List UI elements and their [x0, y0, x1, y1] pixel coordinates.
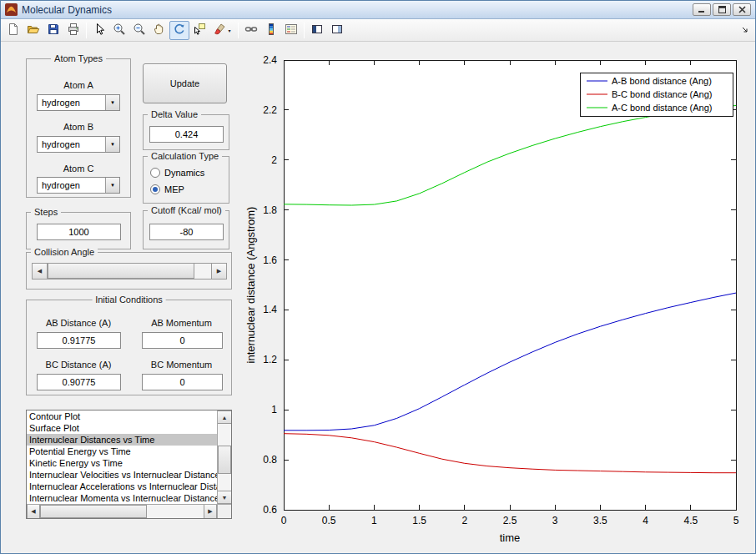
- listbox-vertical-scrollbar[interactable]: ▲ ▼: [217, 410, 231, 504]
- brush-icon: [214, 23, 227, 38]
- toolbar-separator: [238, 23, 239, 38]
- list-item[interactable]: Internuclear Momenta vs Internuclear Dis…: [27, 492, 217, 504]
- scroll-right-arrow-icon[interactable]: ▶: [204, 505, 217, 518]
- listbox-horizontal-scrollbar[interactable]: ◀ ▶: [27, 504, 217, 518]
- slider-left-arrow-icon[interactable]: ◀: [33, 264, 48, 279]
- bc-distance-field[interactable]: 0.90775: [37, 374, 121, 390]
- scroll-track[interactable]: [218, 424, 231, 446]
- initial-conditions-panel: Initial Conditions AB Distance (A) AB Mo…: [26, 300, 232, 395]
- scroll-up-arrow-icon[interactable]: ▲: [218, 410, 231, 424]
- radio-mep[interactable]: MEP: [150, 184, 184, 194]
- x-axis-label: time: [500, 531, 521, 544]
- window-title: Molecular Dynamics: [22, 4, 693, 16]
- radio-mep-circle[interactable]: [150, 184, 160, 194]
- slider-right-arrow-icon[interactable]: ▶: [211, 264, 226, 279]
- scroll-track[interactable]: [218, 474, 231, 491]
- edit-plot-button[interactable]: [89, 21, 109, 40]
- rotate-3d-icon: [173, 23, 186, 38]
- y-tick-label: 1.4: [263, 304, 277, 315]
- slider-thumb[interactable]: [48, 264, 194, 279]
- atom-c-value: hydrogen: [38, 178, 105, 193]
- app-window: Molecular Dynamics ▾ Atom Types Atom A: [0, 0, 756, 554]
- y-tick-label: 2.4: [263, 54, 277, 66]
- delta-value-field[interactable]: 0.424: [149, 126, 224, 143]
- list-item[interactable]: Kinetic Energy vs Time: [27, 457, 217, 469]
- list-item[interactable]: Potential Energy vs Time: [27, 446, 217, 457]
- open-file-button[interactable]: [23, 21, 43, 40]
- titlebar[interactable]: Molecular Dynamics: [1, 1, 755, 19]
- scroll-track[interactable]: [147, 505, 204, 518]
- close-button[interactable]: [733, 3, 751, 16]
- printer-icon: [67, 23, 80, 38]
- cutoff-panel: Cutoff (Kcal/ mol) -80: [143, 210, 229, 249]
- collision-angle-slider[interactable]: ◀ ▶: [32, 263, 227, 280]
- toolbar-overflow-icon[interactable]: [741, 23, 749, 38]
- scroll-thumb[interactable]: [218, 446, 231, 474]
- atom-c-dropdown[interactable]: hydrogen ▼: [37, 177, 120, 194]
- ab-distance-label: AB Distance (A): [27, 318, 130, 328]
- zoom-out-icon: [133, 23, 146, 38]
- open-folder-icon: [27, 23, 40, 38]
- radio-dynamics[interactable]: Dynamics: [150, 168, 204, 178]
- minimize-button[interactable]: [693, 3, 711, 16]
- radio-dynamics-circle[interactable]: [150, 168, 160, 178]
- hide-plot-tools-button[interactable]: [307, 21, 327, 40]
- plot-area[interactable]: [284, 60, 736, 510]
- steps-field[interactable]: 1000: [37, 224, 121, 240]
- atom-b-dropdown[interactable]: hydrogen ▼: [37, 136, 120, 153]
- steps-panel: Steps 1000: [26, 212, 131, 249]
- y-tick-label: 2.2: [263, 104, 277, 116]
- chevron-down-icon: ▼: [105, 137, 119, 152]
- x-tick-label: 5: [733, 515, 739, 526]
- list-item[interactable]: Surface Plot: [27, 422, 217, 434]
- bc-distance-label: BC Distance (A): [27, 360, 130, 370]
- insert-legend-button[interactable]: [281, 21, 301, 40]
- new-figure-button[interactable]: [3, 21, 23, 40]
- scroll-down-arrow-icon[interactable]: ▼: [218, 491, 231, 504]
- initial-conditions-title: Initial Conditions: [92, 295, 166, 305]
- ab-momentum-label: AB Momentum: [130, 318, 233, 328]
- slider-track[interactable]: [194, 264, 211, 279]
- hide-plot-tools-icon: [310, 23, 324, 38]
- chart-canvas[interactable]: 00.511.522.533.544.550.60.811.21.41.61.8…: [239, 42, 753, 553]
- rotate-3d-button[interactable]: [169, 21, 189, 40]
- cutoff-field[interactable]: -80: [149, 224, 224, 240]
- ab-distance-field[interactable]: 0.91775: [37, 332, 121, 349]
- save-figure-button[interactable]: [43, 21, 63, 40]
- ab-momentum-field[interactable]: 0: [142, 332, 223, 349]
- list-item[interactable]: Contour Plot: [27, 410, 217, 422]
- data-cursor-button[interactable]: [189, 21, 209, 40]
- pointer-arrow-icon: [93, 23, 106, 38]
- legend-label: A-B bond distance (Ang): [612, 76, 712, 86]
- update-button[interactable]: Update: [143, 63, 227, 103]
- bc-momentum-label: BC Momentum: [130, 360, 233, 370]
- brush-data-button[interactable]: ▾: [209, 21, 235, 40]
- list-item[interactable]: Internuclear Distances vs Time: [27, 434, 217, 446]
- maximize-button[interactable]: [713, 3, 731, 16]
- atom-a-value: hydrogen: [38, 95, 105, 110]
- delta-value-title: Delta Value: [148, 109, 201, 120]
- x-tick-label: 0.5: [322, 515, 336, 526]
- y-axis-label: internuclear distance (Angstrom): [244, 207, 257, 364]
- atom-types-panel-title: Atom Types: [51, 53, 106, 64]
- app-icon: [5, 3, 18, 16]
- list-item[interactable]: Internuclear Accelerations vs Internucle…: [27, 481, 217, 492]
- scroll-left-arrow-icon[interactable]: ◀: [27, 505, 40, 518]
- cutoff-title: Cutoff (Kcal/ mol): [148, 205, 225, 216]
- list-item[interactable]: Internuclear Velocities vs Internuclear …: [27, 469, 217, 481]
- zoom-in-button[interactable]: [109, 21, 129, 40]
- x-tick-label: 0: [281, 515, 287, 526]
- print-figure-button[interactable]: [63, 21, 83, 40]
- show-plot-tools-button[interactable]: [327, 21, 347, 40]
- atom-a-dropdown[interactable]: hydrogen ▼: [37, 94, 120, 111]
- zoom-out-button[interactable]: [129, 21, 149, 40]
- data-cursor-icon: [193, 23, 206, 38]
- bc-momentum-field[interactable]: 0: [142, 374, 223, 390]
- scroll-thumb[interactable]: [40, 505, 147, 518]
- link-plot-button[interactable]: [241, 21, 261, 40]
- y-tick-label: 1.2: [263, 354, 277, 365]
- insert-colorbar-button[interactable]: [261, 21, 281, 40]
- x-tick-label: 2: [461, 515, 467, 526]
- atom-b-label: Atom B: [27, 122, 130, 132]
- pan-button[interactable]: [149, 21, 169, 40]
